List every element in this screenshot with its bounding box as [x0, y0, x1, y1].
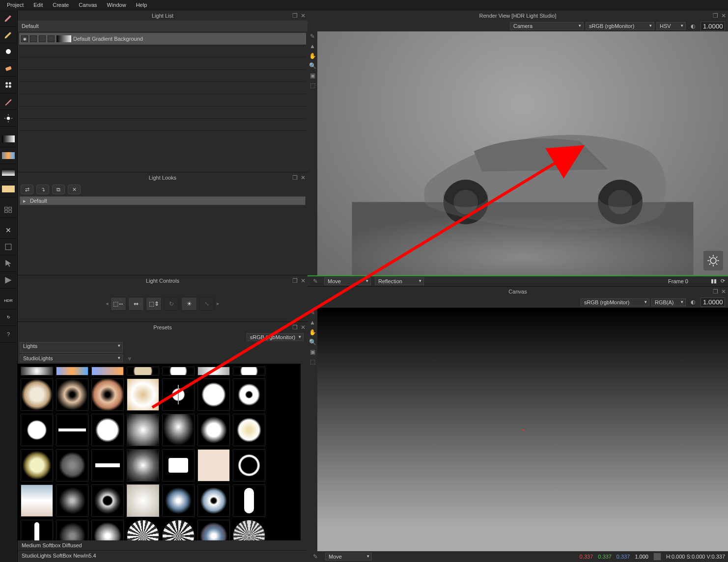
selector-tool-icon[interactable]: [0, 255, 17, 272]
brightness-ctrl-icon[interactable]: ☀: [181, 297, 197, 311]
reflection-dropdown[interactable]: Reflection: [375, 277, 424, 285]
arrow-right-icon[interactable]: ▸: [217, 300, 220, 307]
preset-subcategory-dropdown[interactable]: StudioLights: [20, 354, 123, 362]
scale-v-ctrl-icon[interactable]: ⬚⇕: [146, 297, 162, 311]
canvas-move-dropdown[interactable]: Move: [325, 553, 372, 561]
menu-window[interactable]: Window: [102, 1, 131, 9]
menu-project[interactable]: Project: [2, 1, 28, 9]
favorite-icon[interactable]: ♥: [126, 355, 132, 362]
duplicate-look-icon[interactable]: ⧉: [52, 185, 65, 194]
sun-toggle-icon[interactable]: [703, 251, 723, 270]
preset-thumb[interactable]: [21, 449, 53, 482]
pause-icon[interactable]: ▮▮: [711, 278, 717, 284]
arrow-tool-icon[interactable]: [0, 272, 17, 289]
render-colorprofile-dropdown[interactable]: sRGB (rgbMonitor): [586, 22, 654, 30]
preset-thumb[interactable]: [127, 414, 159, 446]
hdr-refresh-icon[interactable]: ↻: [0, 309, 17, 326]
preset-thumb[interactable]: [127, 449, 159, 482]
preset-thumb[interactable]: [162, 449, 195, 482]
preset-thumb[interactable]: [21, 378, 53, 411]
dock-icon[interactable]: ❐: [292, 277, 298, 284]
fit-icon[interactable]: ▣: [308, 347, 317, 357]
pointer-icon[interactable]: ▲: [308, 41, 317, 51]
scale-h-ctrl-icon[interactable]: ⇔: [128, 297, 144, 311]
dock-icon[interactable]: ❐: [713, 288, 718, 295]
layout-tool-icon[interactable]: [0, 201, 17, 218]
canvas-viewport[interactable]: [317, 308, 728, 552]
preset-thumb[interactable]: [197, 378, 230, 411]
preset-thumb[interactable]: [197, 449, 230, 482]
cell-toggle[interactable]: [30, 35, 37, 42]
warm-tool-icon[interactable]: [0, 181, 17, 197]
arrow-left-icon[interactable]: ◂: [106, 300, 109, 307]
menu-help[interactable]: Help: [131, 1, 152, 9]
preset-thumb[interactable]: [162, 484, 195, 517]
preset-thumb[interactable]: [197, 484, 230, 517]
menu-canvas[interactable]: Canvas: [74, 1, 102, 9]
help-icon[interactable]: ?: [0, 326, 17, 343]
preset-thumb[interactable]: [91, 484, 124, 517]
region-icon[interactable]: ⬚: [308, 80, 317, 90]
brush-icon[interactable]: ✎: [308, 31, 317, 41]
gradient-tool-icon[interactable]: [0, 131, 17, 147]
exposure-icon[interactable]: ◐: [688, 299, 699, 305]
preset-thumb[interactable]: [233, 414, 265, 446]
preset-thumb[interactable]: [233, 378, 265, 411]
light-list-row[interactable]: [19, 119, 306, 131]
dock-icon[interactable]: ❐: [292, 12, 298, 19]
bw-tool-icon[interactable]: [0, 164, 17, 181]
preset-thumb[interactable]: [91, 367, 124, 375]
zoom-icon[interactable]: 🔍: [308, 337, 317, 347]
cell-toggle[interactable]: [48, 35, 55, 42]
delete-look-icon[interactable]: ✕: [68, 185, 81, 194]
preset-thumb[interactable]: [127, 520, 159, 540]
crop-tool-icon[interactable]: [0, 239, 17, 255]
scale-all-ctrl-icon[interactable]: ⤡: [199, 297, 215, 311]
light-list-row[interactable]: [19, 70, 306, 82]
preset-colorprofile-dropdown[interactable]: sRGB (rgbMonitor): [247, 333, 304, 341]
move-ctrl-icon[interactable]: ⬚↔: [111, 297, 126, 311]
preset-thumb[interactable]: [56, 484, 88, 517]
preset-category-dropdown[interactable]: Lights: [20, 342, 123, 353]
close-icon[interactable]: ✕: [721, 12, 726, 19]
preset-thumb-selected[interactable]: [127, 484, 159, 517]
brush-icon[interactable]: ✎: [310, 276, 320, 286]
close-icon[interactable]: ✕: [301, 174, 306, 181]
preset-thumb[interactable]: [127, 378, 159, 411]
preset-thumb[interactable]: [162, 378, 195, 411]
canvas-colorprofile-dropdown[interactable]: sRGB (rgbMonitor): [581, 298, 649, 306]
texture-tool-icon[interactable]: [0, 147, 17, 164]
close-icon[interactable]: ✕: [301, 324, 306, 331]
preset-thumb[interactable]: [91, 378, 124, 411]
preset-thumb[interactable]: [162, 414, 195, 446]
light-list-row[interactable]: [19, 82, 306, 94]
close-icon[interactable]: ✕: [301, 12, 306, 19]
preset-thumb[interactable]: [91, 520, 124, 540]
hand-icon[interactable]: ✋: [308, 327, 317, 337]
menu-edit[interactable]: Edit: [28, 1, 48, 9]
wand-tool-icon[interactable]: [0, 93, 17, 110]
preset-thumb[interactable]: [197, 367, 230, 375]
close-icon[interactable]: ✕: [301, 277, 306, 284]
preset-thumb[interactable]: [197, 414, 230, 446]
light-list-row[interactable]: [19, 45, 306, 57]
hand-icon[interactable]: ✋: [308, 51, 317, 61]
preset-thumb[interactable]: [56, 520, 88, 540]
light-tool-icon[interactable]: [0, 43, 17, 60]
preset-thumb[interactable]: [56, 378, 88, 411]
pattern-tool-icon[interactable]: [0, 77, 17, 93]
rotate-ctrl-icon[interactable]: ↻: [164, 297, 179, 311]
zoom-icon[interactable]: 🔍: [308, 61, 317, 71]
dock-icon[interactable]: ❐: [292, 174, 298, 181]
close-tool-icon[interactable]: ✕: [0, 222, 17, 239]
preset-thumb[interactable]: [21, 367, 53, 375]
preset-thumb[interactable]: [21, 484, 53, 517]
preset-thumb[interactable]: [91, 449, 124, 482]
eraser-tool-icon[interactable]: [0, 60, 17, 77]
expand-icon[interactable]: ▸: [23, 198, 26, 204]
fit-icon[interactable]: ▣: [308, 71, 317, 80]
sun-tool-icon[interactable]: [0, 110, 17, 127]
menu-create[interactable]: Create: [48, 1, 74, 9]
light-list-group[interactable]: Default: [18, 21, 308, 31]
preset-thumb[interactable]: [197, 520, 230, 540]
